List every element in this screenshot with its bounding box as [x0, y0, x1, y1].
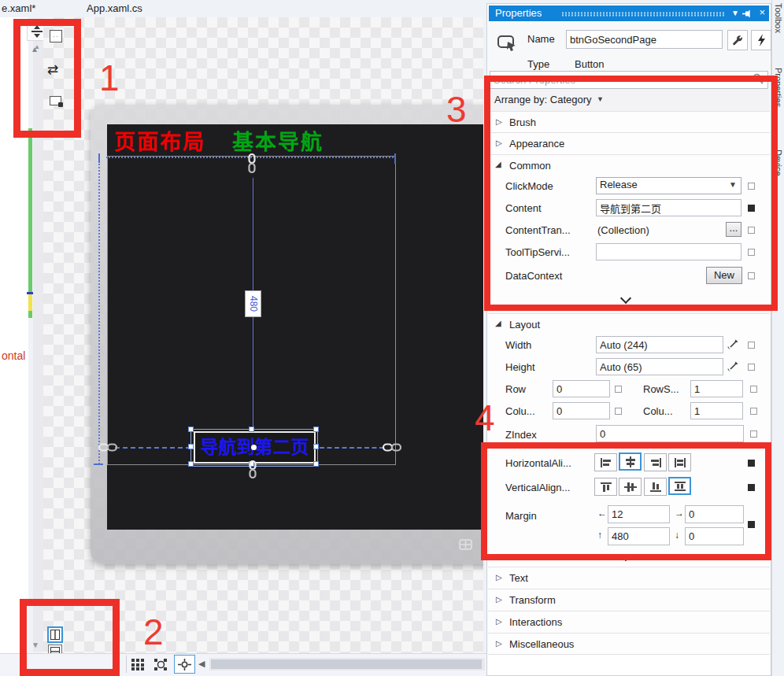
dimension-label: 480 — [245, 290, 261, 317]
lightning-icon — [756, 34, 767, 46]
interactions-label: Interactions — [509, 616, 562, 628]
xaml-cut-text: ontal — [2, 349, 25, 362]
wrench-icon — [732, 35, 744, 46]
titlebar-grip — [561, 12, 725, 17]
vs-designer-window: e.xaml* App.xaml.cs ontal ▲ ▼ ▲ ·· ⇄ 页面布… — [0, 0, 784, 676]
colspan-input[interactable] — [690, 402, 743, 419]
designer-horizontal-scrollbar[interactable] — [209, 658, 485, 670]
design-surface[interactable]: 页面布局 基本导航 480 — [43, 17, 483, 653]
grid-row-input-wrap — [553, 380, 610, 397]
resize-handle-ne[interactable] — [313, 427, 319, 432]
category-text[interactable]: ▷ Text — [488, 567, 770, 589]
anchor-chain-right-icon[interactable] — [383, 441, 401, 454]
grid-row-label: Row — [505, 383, 526, 395]
colspan-property-marker[interactable] — [750, 408, 757, 415]
annotation-box-1 — [13, 19, 81, 138]
side-tab-toolbox[interactable]: Toolbox — [774, 3, 783, 33]
expander-collapsed-icon: ▷ — [496, 595, 502, 604]
tab-app-xaml-cs[interactable]: App.xaml.cs — [87, 2, 142, 14]
resize-handle-sw[interactable] — [188, 461, 194, 467]
width-row: Width — [488, 334, 770, 356]
expander-collapsed-icon: ▷ — [496, 573, 502, 582]
col-boundary-tick-bottom — [94, 464, 103, 465]
miscellaneous-label: Miscellaneous — [509, 638, 574, 650]
type-value: Button — [575, 58, 605, 70]
category-layout[interactable]: ◢ Layout — [488, 313, 770, 334]
width-input[interactable] — [596, 336, 723, 353]
anchor-chain-bottom-icon[interactable] — [248, 460, 257, 479]
snap-to-snaplines-button[interactable] — [174, 655, 195, 674]
colspan-label: Colu... — [643, 405, 673, 417]
margin-dash-right — [320, 447, 384, 449]
type-label: Type — [527, 58, 549, 70]
panel-empty-row — [488, 655, 770, 674]
resize-handle-n[interactable] — [249, 427, 254, 432]
page-title-green: 基本导航 — [232, 125, 324, 156]
properties-title-bar[interactable]: Properties ▼ × — [489, 6, 769, 21]
phone-device-frame: 页面布局 基本导航 480 — [91, 105, 483, 564]
properties-title: Properties — [495, 7, 542, 19]
category-miscellaneous[interactable]: ▷ Miscellaneous — [488, 633, 770, 655]
window-menu-icon[interactable]: ▼ — [731, 9, 739, 17]
name-input-wrap — [566, 30, 723, 49]
height-row: Height — [488, 356, 770, 379]
text-label: Text — [509, 572, 528, 584]
change-bar-yellow — [28, 294, 32, 311]
transform-label: Transform — [509, 594, 556, 606]
rowspan-input[interactable] — [690, 380, 743, 397]
height-property-marker[interactable] — [748, 364, 755, 371]
snap-to-grid-icon[interactable] — [154, 659, 168, 670]
grid-column-label: Colu... — [505, 405, 535, 417]
auto-size-icon[interactable] — [727, 339, 738, 350]
width-input-wrap — [596, 336, 723, 353]
layout-label: Layout — [509, 319, 540, 331]
properties-mode-button[interactable] — [727, 30, 748, 50]
hscroll-thumb[interactable] — [211, 659, 482, 669]
column-colspan-row: Colu... Colu... — [488, 401, 770, 423]
grid-row-input[interactable] — [553, 380, 610, 397]
category-transform[interactable]: ▷ Transform — [488, 589, 770, 611]
annotation-box-3 — [484, 76, 778, 311]
margin-dash-left — [115, 447, 190, 449]
zindex-property-marker[interactable] — [750, 430, 757, 438]
rowspan-property-marker[interactable] — [750, 386, 757, 393]
width-label: Width — [505, 339, 531, 351]
snaplines-icon — [178, 659, 191, 670]
width-property-marker[interactable] — [748, 342, 755, 349]
expander-collapsed-icon: ▷ — [496, 639, 502, 648]
row-rowspan-row: Row RowS... — [488, 379, 770, 401]
height-input[interactable] — [596, 358, 723, 375]
change-bar-green — [28, 128, 32, 293]
expander-collapsed-icon: ▷ — [496, 617, 502, 626]
document-tab-bar: e.xaml* App.xaml.cs — [0, 0, 483, 17]
zindex-input-wrap — [596, 425, 744, 442]
resize-handle-nw[interactable] — [188, 427, 194, 432]
events-mode-button[interactable] — [751, 30, 771, 50]
resize-handle-w[interactable] — [188, 444, 194, 449]
anchor-chain-left-icon[interactable] — [98, 441, 117, 454]
zindex-input[interactable] — [596, 425, 744, 442]
grid-row-property-marker[interactable] — [615, 386, 622, 393]
resize-handle-e[interactable] — [313, 444, 319, 449]
rowspan-label: RowS... — [643, 383, 679, 395]
anchor-chain-top-icon[interactable] — [247, 153, 257, 174]
annotation-digit-4: 4 — [475, 400, 495, 436]
category-interactions[interactable]: ▷ Interactions — [488, 611, 770, 633]
close-icon[interactable]: × — [759, 6, 765, 18]
auto-size-icon[interactable] — [727, 361, 738, 372]
grid-column-property-marker[interactable] — [615, 408, 622, 415]
name-input[interactable] — [566, 30, 723, 49]
auto-hide-pin-icon[interactable] — [742, 9, 753, 19]
annotation-box-2 — [20, 599, 120, 676]
expander-expanded-icon: ◢ — [495, 319, 501, 327]
tab-mainpage-xaml[interactable]: e.xaml* — [2, 2, 35, 14]
selected-element-icon — [497, 32, 517, 53]
page-title-red: 页面布局 — [114, 125, 205, 156]
selection-center-dot — [251, 445, 257, 450]
scroll-left-icon[interactable]: ◀ — [198, 659, 205, 669]
change-bar-green-2 — [28, 311, 32, 318]
row-boundary-tick-right — [394, 153, 396, 164]
resize-handle-se[interactable] — [313, 461, 319, 467]
grid-column-input[interactable] — [553, 402, 610, 419]
show-grid-icon[interactable] — [131, 659, 145, 670]
